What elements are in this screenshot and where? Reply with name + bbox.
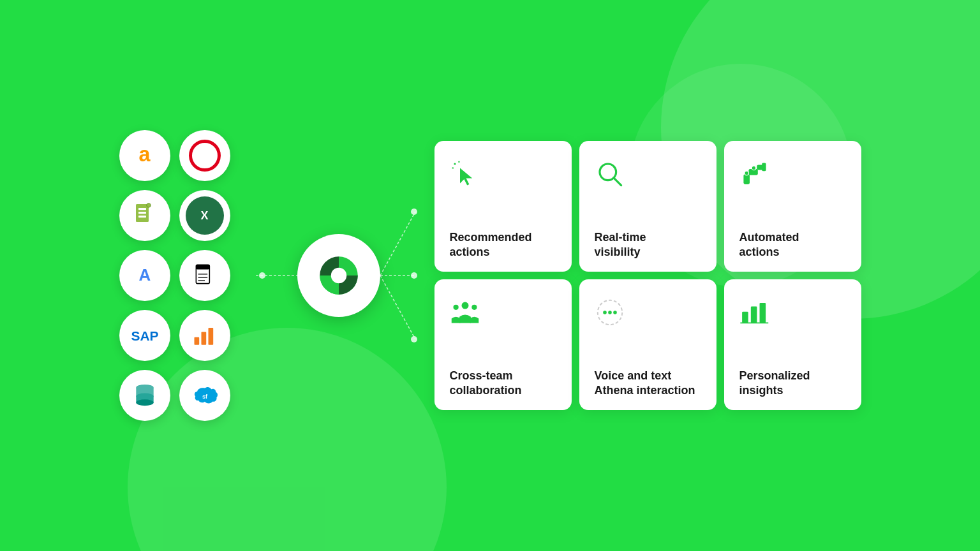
svg-point-31 xyxy=(330,268,346,284)
svg-point-44 xyxy=(453,305,458,310)
svg-point-42 xyxy=(752,166,755,170)
card-recommended-actions-label: Recommendedactions xyxy=(450,230,556,259)
svg-text:sf: sf xyxy=(202,393,207,400)
svg-point-28 xyxy=(411,272,417,279)
hub-logo xyxy=(316,253,361,298)
voice-icon xyxy=(595,297,701,334)
chart-icon xyxy=(739,297,846,334)
svg-point-23 xyxy=(259,272,265,279)
svg-point-34 xyxy=(458,161,459,163)
svg-point-41 xyxy=(745,171,748,175)
svg-text:SAP: SAP xyxy=(131,328,158,343)
logo-excel: X xyxy=(179,190,230,241)
card-automated-actions: Automatedactions xyxy=(724,141,861,272)
card-personalized-insights: Personalizedinsights xyxy=(724,279,861,410)
search-icon xyxy=(595,159,701,195)
svg-point-47 xyxy=(603,311,607,314)
svg-point-5 xyxy=(146,203,150,207)
svg-line-24 xyxy=(380,212,415,276)
card-recommended-actions: Recommendedactions xyxy=(434,141,572,272)
svg-rect-37 xyxy=(743,174,750,184)
svg-text:a: a xyxy=(138,142,151,165)
svg-point-49 xyxy=(613,311,617,314)
card-real-time-visibility: Real-timevisibility xyxy=(579,141,716,272)
card-cross-team: Cross-teamcollaboration xyxy=(434,279,572,410)
cursor-icon xyxy=(450,159,556,195)
card-voice-text-athena: Voice and textAthena interaction xyxy=(579,279,716,410)
cards-grid: Recommendedactions Real-timevisibility xyxy=(434,141,861,410)
svg-rect-52 xyxy=(759,303,766,323)
robot-arm-icon xyxy=(739,159,846,195)
logo-googleads: A xyxy=(119,250,170,301)
svg-point-27 xyxy=(411,209,417,215)
svg-point-48 xyxy=(608,311,612,314)
team-icon xyxy=(450,297,556,334)
svg-point-45 xyxy=(471,305,477,310)
svg-rect-3 xyxy=(138,212,146,214)
card-voice-text-athena-label: Voice and textAthena interaction xyxy=(595,369,701,397)
card-cross-team-label: Cross-teamcollaboration xyxy=(450,369,556,397)
svg-point-32 xyxy=(454,163,456,165)
svg-rect-15 xyxy=(208,328,213,345)
svg-point-33 xyxy=(452,167,453,168)
svg-point-43 xyxy=(461,302,468,309)
svg-rect-13 xyxy=(194,337,199,345)
logo-oracle xyxy=(179,130,230,181)
logo-sap: SAP xyxy=(119,310,170,361)
center-hub xyxy=(297,234,380,317)
svg-rect-50 xyxy=(742,312,748,323)
logo-salesforce: sf xyxy=(179,370,230,421)
connector-area xyxy=(256,148,422,403)
svg-rect-4 xyxy=(138,216,146,217)
svg-line-26 xyxy=(380,276,415,339)
card-automated-actions-label: Automatedactions xyxy=(739,230,846,259)
card-real-time-visibility-label: Real-timevisibility xyxy=(595,230,701,259)
logo-notion xyxy=(179,250,230,301)
logo-database xyxy=(119,370,170,421)
svg-point-20 xyxy=(136,399,153,406)
logo-analytics xyxy=(179,310,230,361)
logo-amazon: a xyxy=(119,130,170,181)
svg-rect-40 xyxy=(762,163,766,171)
svg-rect-51 xyxy=(750,306,757,323)
logos-grid: a X A xyxy=(119,130,230,421)
svg-rect-2 xyxy=(138,208,146,210)
card-personalized-insights-label: Personalizedinsights xyxy=(739,369,846,397)
svg-rect-14 xyxy=(201,332,206,345)
logo-shopify xyxy=(119,190,170,241)
svg-line-36 xyxy=(613,178,621,186)
svg-text:A: A xyxy=(138,265,151,284)
svg-rect-8 xyxy=(196,265,209,269)
svg-point-29 xyxy=(411,336,417,342)
